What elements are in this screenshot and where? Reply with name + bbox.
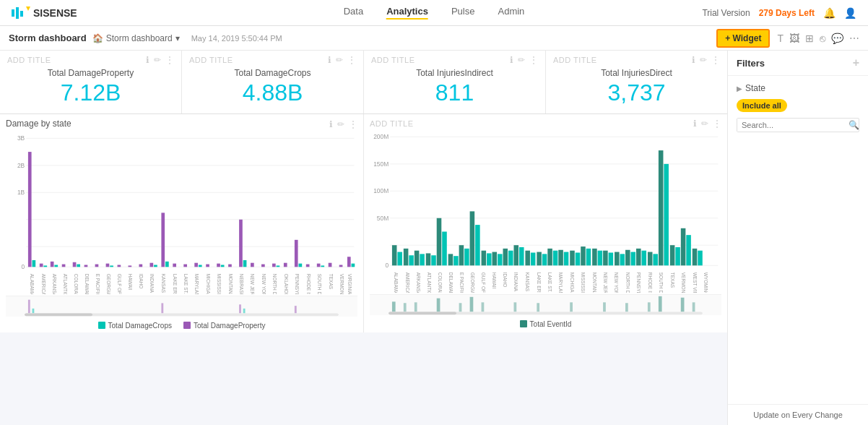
svg-rect-47 bbox=[272, 264, 276, 267]
info-icon[interactable]: ℹ bbox=[146, 55, 149, 65]
chart1-svg: 3B 2B 1B 0 bbox=[6, 132, 357, 294]
filter-search-input[interactable] bbox=[737, 119, 846, 132]
svg-rect-163 bbox=[693, 249, 698, 265]
filter-state-row[interactable]: ▶ State bbox=[737, 80, 859, 96]
svg-text:MISSISSIPPI: MISSISSIPPI bbox=[581, 272, 586, 293]
more-icon[interactable]: ⋮ bbox=[711, 55, 720, 65]
svg-text:3B: 3B bbox=[17, 134, 25, 142]
user-icon[interactable]: 👤 bbox=[844, 7, 856, 19]
svg-rect-142 bbox=[576, 253, 581, 266]
svg-rect-42 bbox=[228, 265, 232, 267]
widget-injuries-direct: ADD TITLE ℹ ✏ ⋮ Total InjuriesDirect 3,7… bbox=[546, 51, 727, 113]
dashboard-nav[interactable]: 🏠 Storm dashboard ▾ bbox=[92, 33, 180, 43]
svg-rect-160 bbox=[675, 247, 680, 265]
svg-rect-31 bbox=[149, 263, 153, 267]
svg-rect-41 bbox=[221, 265, 225, 267]
comment-icon[interactable]: 💬 bbox=[831, 33, 843, 44]
svg-rect-146 bbox=[598, 251, 603, 266]
nav-analytics[interactable]: Analytics bbox=[386, 6, 428, 20]
chart1-mini bbox=[6, 296, 357, 319]
svg-rect-56 bbox=[339, 265, 343, 267]
widget1-icons: ℹ ✏ ⋮ bbox=[146, 55, 174, 65]
svg-rect-143 bbox=[581, 246, 586, 265]
svg-rect-94 bbox=[243, 309, 246, 314]
edit-icon[interactable]: ✏ bbox=[701, 119, 708, 129]
chart-damage-by-state: Damage by state ℹ ✏ ⋮ bbox=[0, 114, 364, 332]
svg-rect-46 bbox=[261, 265, 265, 267]
svg-text:GEORGIA: GEORGIA bbox=[470, 272, 475, 293]
edit-icon[interactable]: ✏ bbox=[336, 55, 343, 65]
bell-icon[interactable]: 🔔 bbox=[823, 7, 836, 19]
nav-pulse[interactable]: Pulse bbox=[451, 6, 475, 20]
svg-rect-111 bbox=[404, 249, 409, 265]
nav-right: Trial Version 279 Days Left 🔔 👤 bbox=[702, 7, 856, 19]
svg-text:WYOMING: WYOMING bbox=[703, 272, 708, 293]
filters-footer[interactable]: Update on Every Change bbox=[728, 404, 868, 425]
svg-rect-203 bbox=[482, 302, 485, 312]
share-icon[interactable]: ⎋ bbox=[820, 33, 825, 44]
info-icon[interactable]: ℹ bbox=[692, 55, 695, 65]
svg-rect-157 bbox=[659, 150, 664, 265]
more-icon[interactable]: ⋯ bbox=[849, 33, 859, 44]
svg-text:LAKE ST. CLAIR: LAKE ST. CLAIR bbox=[183, 274, 188, 294]
chart1-area: 3B 2B 1B 0 bbox=[6, 132, 357, 294]
svg-rect-38 bbox=[199, 265, 202, 267]
svg-rect-205 bbox=[537, 303, 539, 312]
chevron-down-icon: ▾ bbox=[175, 33, 180, 43]
svg-text:GEORGIA: GEORGIA bbox=[106, 274, 111, 294]
svg-rect-164 bbox=[698, 251, 703, 266]
svg-rect-95 bbox=[295, 306, 297, 313]
svg-rect-136 bbox=[542, 254, 547, 265]
edit-icon[interactable]: ✏ bbox=[700, 55, 707, 65]
svg-rect-58 bbox=[352, 264, 355, 267]
svg-rect-91 bbox=[32, 309, 35, 314]
svg-rect-24 bbox=[84, 265, 88, 267]
svg-rect-15 bbox=[28, 152, 32, 267]
toolbar: Storm dashboard 🏠 Storm dashboard ▾ May … bbox=[0, 26, 868, 51]
update-label: Update on Every Change bbox=[753, 411, 843, 419]
svg-rect-207 bbox=[603, 302, 606, 312]
filter-include-all-tag[interactable]: Include all bbox=[737, 99, 787, 112]
svg-rect-128 bbox=[498, 254, 503, 265]
svg-rect-1 bbox=[16, 7, 19, 19]
sisense-logo: SISENSE bbox=[12, 5, 77, 21]
edit-icon[interactable]: ✏ bbox=[154, 55, 161, 65]
more-icon[interactable]: ⋮ bbox=[713, 119, 721, 129]
svg-rect-17 bbox=[40, 264, 43, 267]
edit-icon[interactable]: ✏ bbox=[518, 55, 525, 65]
filters-add-button[interactable]: + bbox=[853, 56, 859, 69]
svg-text:NORTH DAKOTA: NORTH DAKOTA bbox=[272, 274, 277, 294]
svg-text:AMERICAN SAM...: AMERICAN SAM... bbox=[41, 274, 46, 294]
svg-rect-140 bbox=[564, 252, 569, 266]
svg-rect-20 bbox=[54, 265, 58, 267]
nav-data[interactable]: Data bbox=[344, 6, 363, 20]
svg-rect-18 bbox=[43, 265, 47, 267]
edit-icon[interactable]: ✏ bbox=[337, 119, 344, 129]
top-nav: SISENSE Data Analytics Pulse Admin Trial… bbox=[0, 0, 868, 26]
svg-rect-132 bbox=[519, 247, 524, 265]
svg-rect-49 bbox=[284, 263, 287, 267]
add-widget-button[interactable]: + Widget bbox=[716, 29, 770, 48]
more-icon[interactable]: ⋮ bbox=[349, 119, 357, 129]
svg-text:INDIANA: INDIANA bbox=[513, 272, 518, 292]
info-icon[interactable]: ℹ bbox=[510, 55, 513, 65]
svg-text:MARYLAND: MARYLAND bbox=[558, 272, 563, 293]
info-icon[interactable]: ℹ bbox=[329, 119, 333, 129]
text-icon[interactable]: T bbox=[777, 33, 784, 44]
more-icon[interactable]: ⋮ bbox=[347, 55, 356, 65]
nav-admin[interactable]: Admin bbox=[498, 6, 524, 20]
svg-text:IDAHO: IDAHO bbox=[139, 274, 144, 289]
more-icon[interactable]: ⋮ bbox=[165, 55, 174, 65]
chart2-area: 200M 150M 100M 50M 0 bbox=[370, 130, 721, 293]
info-icon[interactable]: ℹ bbox=[693, 119, 697, 129]
image-icon[interactable]: 🖼 bbox=[789, 33, 799, 44]
svg-rect-150 bbox=[620, 254, 625, 265]
table-icon[interactable]: ⊞ bbox=[805, 33, 814, 44]
filter-section-state: ▶ State Include all 🔍 bbox=[728, 76, 868, 137]
svg-rect-155 bbox=[648, 252, 653, 266]
more-icon[interactable]: ⋮ bbox=[529, 55, 538, 65]
nav-links: Data Analytics Pulse Admin bbox=[344, 6, 525, 20]
info-icon[interactable]: ℹ bbox=[328, 55, 331, 65]
svg-text:PENNSYLVANIA: PENNSYLVANIA bbox=[295, 274, 300, 294]
chevron-right-icon: ▶ bbox=[737, 85, 742, 93]
